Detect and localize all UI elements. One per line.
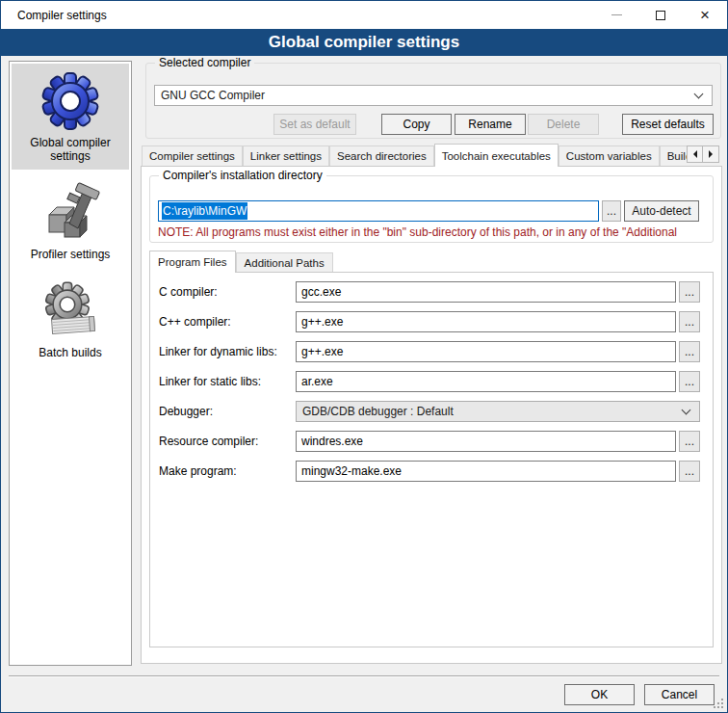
make-program-label: Make program:: [159, 464, 296, 478]
c-compiler-row: C compiler: ...: [159, 281, 700, 303]
minimize-button[interactable]: [594, 1, 638, 29]
footer-divider: [9, 675, 719, 677]
page-title: Global compiler settings: [269, 33, 459, 52]
cpp-compiler-input[interactable]: [296, 311, 676, 332]
arrow-left-icon: [693, 150, 697, 158]
settings-tab-strip: Compiler settings Linker settings Search…: [142, 144, 687, 167]
tab-scroll-left-button[interactable]: [687, 145, 703, 163]
window-title: Compiler settings: [1, 9, 107, 22]
tab-scroll-right-button[interactable]: [703, 145, 719, 163]
close-icon: ×: [700, 7, 710, 23]
dialog-header: Global compiler settings: [1, 29, 727, 56]
make-program-browse-button[interactable]: ...: [679, 461, 700, 482]
copy-button[interactable]: Copy: [381, 114, 452, 135]
maximize-button[interactable]: [638, 1, 683, 29]
cpp-compiler-browse-button[interactable]: ...: [679, 311, 700, 332]
tab-search-directories[interactable]: Search directories: [329, 145, 434, 166]
sidebar-item-label: Profiler settings: [13, 248, 127, 261]
resource-compiler-label: Resource compiler:: [159, 435, 296, 448]
cpp-compiler-label: C++ compiler:: [159, 315, 296, 329]
arrow-right-icon: [709, 150, 713, 158]
dynamic-linker-input[interactable]: [296, 341, 676, 362]
tab-custom-variables[interactable]: Custom variables: [559, 145, 660, 166]
blue-gear-icon: [39, 70, 101, 132]
delete-button[interactable]: Delete: [528, 114, 599, 135]
sidebar-item-profiler-settings[interactable]: Profiler settings: [12, 175, 129, 268]
tab-toolchain-executables[interactable]: Toolchain executables: [434, 144, 559, 167]
maximize-icon: [656, 11, 665, 20]
selected-compiler-legend: Selected compiler: [155, 56, 254, 69]
resource-compiler-browse-button[interactable]: ...: [679, 431, 700, 452]
debugger-select-value: GDB/CDB debugger : Default: [302, 405, 677, 418]
debugger-row: Debugger: GDB/CDB debugger : Default: [159, 401, 700, 422]
ok-button[interactable]: OK: [564, 684, 635, 705]
resource-compiler-input[interactable]: [296, 431, 676, 452]
settings-category-list: Global compiler settings Profiler settin…: [9, 61, 132, 666]
cpp-compiler-row: C++ compiler: ...: [159, 311, 700, 332]
static-linker-browse-button[interactable]: ...: [679, 371, 700, 392]
c-compiler-label: C compiler:: [159, 285, 296, 299]
static-linker-input[interactable]: [296, 371, 676, 392]
profiler-caliper-icon: [39, 182, 101, 244]
tab-linker-settings[interactable]: Linker settings: [243, 145, 329, 166]
sidebar-item-global-compiler-settings[interactable]: Global compiler settings: [12, 64, 129, 170]
dynamic-linker-row: Linker for dynamic libs: ...: [159, 341, 700, 362]
rename-button[interactable]: Rename: [455, 114, 526, 135]
debugger-label: Debugger:: [159, 405, 296, 418]
debugger-select[interactable]: GDB/CDB debugger : Default: [296, 401, 700, 422]
tab-scroll-buttons: [687, 145, 719, 163]
tab-program-files[interactable]: Program Files: [149, 251, 236, 273]
selected-compiler-group: Selected compiler GNU GCC Compiler Set a…: [145, 63, 721, 139]
sidebar-item-label: Global compiler settings: [13, 136, 127, 163]
static-linker-row: Linker for static libs: ...: [159, 371, 700, 392]
sidebar-item-batch-builds[interactable]: Batch builds: [12, 274, 129, 366]
close-button[interactable]: ×: [683, 1, 727, 29]
bin-subdirectory-note: NOTE: All programs must exist either in …: [158, 225, 711, 239]
batch-builds-gear-stack-icon: [39, 280, 101, 342]
c-compiler-browse-button[interactable]: ...: [679, 281, 700, 303]
dynamic-linker-browse-button[interactable]: ...: [679, 341, 700, 362]
auto-detect-button[interactable]: Auto-detect: [624, 200, 699, 222]
dynamic-linker-label: Linker for dynamic libs:: [159, 345, 296, 358]
installation-directory-group: Compiler's installation directory C:\ray…: [149, 175, 714, 243]
static-linker-label: Linker for static libs:: [159, 375, 296, 388]
c-compiler-input[interactable]: [296, 281, 676, 303]
installation-directory-legend: Compiler's installation directory: [159, 169, 326, 182]
compiler-select[interactable]: GNU GCC Compiler: [154, 85, 713, 106]
compiler-settings-dialog: Compiler settings × Global compiler sett…: [0, 0, 728, 713]
chevron-down-icon: [682, 406, 691, 415]
cancel-button[interactable]: Cancel: [644, 684, 715, 705]
sidebar-item-label: Batch builds: [13, 346, 127, 359]
program-files-panel: C compiler: ... C++ compiler: ... Linker…: [149, 272, 714, 647]
tab-build-options[interactable]: Build options: [660, 145, 687, 166]
chevron-down-icon: [694, 90, 704, 99]
resource-compiler-row: Resource compiler: ...: [159, 431, 700, 452]
toolchain-executables-panel: Compiler's installation directory C:\ray…: [141, 166, 722, 664]
set-as-default-button[interactable]: Set as default: [273, 114, 356, 135]
compiler-select-value: GNU GCC Compiler: [161, 89, 689, 102]
installation-directory-input[interactable]: C:\raylib\MinGW: [158, 200, 599, 222]
browse-directory-button[interactable]: ...: [602, 200, 621, 222]
resize-grip[interactable]: [714, 699, 723, 708]
installation-directory-value: C:\raylib\MinGW: [162, 202, 247, 220]
tab-compiler-settings[interactable]: Compiler settings: [142, 145, 243, 166]
make-program-row: Make program: ...: [159, 461, 700, 482]
title-bar[interactable]: Compiler settings ×: [1, 1, 727, 29]
window-controls: ×: [594, 1, 727, 29]
program-files-tab-strip: Program Files Additional Paths: [149, 251, 333, 273]
reset-defaults-button[interactable]: Reset defaults: [622, 114, 714, 135]
make-program-input[interactable]: [296, 461, 676, 482]
tab-additional-paths[interactable]: Additional Paths: [236, 252, 333, 272]
minimize-icon: [611, 14, 622, 15]
